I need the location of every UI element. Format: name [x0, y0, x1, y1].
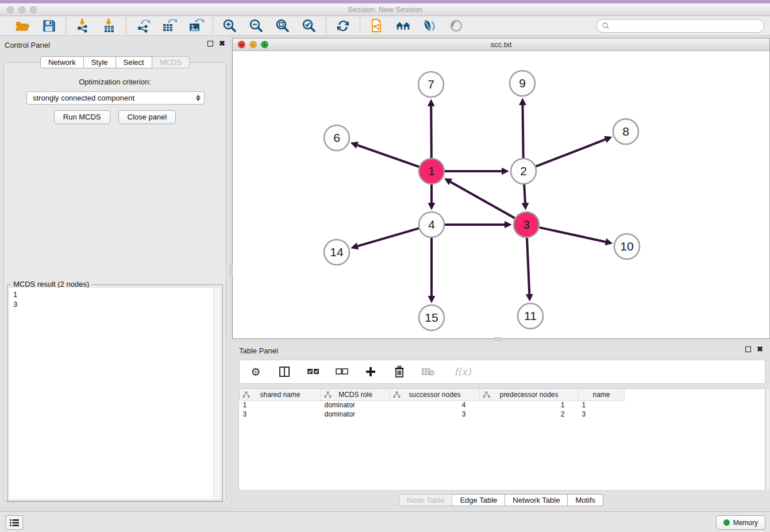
- table-cell[interactable]: dominator: [321, 410, 390, 419]
- zoom-out-button[interactable]: [248, 18, 264, 33]
- window-title: Session: New Session: [0, 3, 770, 16]
- tab-style[interactable]: Style: [84, 56, 116, 68]
- optimization-criterion-select[interactable]: strongly connected component: [26, 91, 205, 105]
- node-15[interactable]: 15: [419, 305, 444, 330]
- select-all-button[interactable]: [306, 365, 320, 379]
- add-column-button[interactable]: [364, 365, 378, 379]
- node-2[interactable]: 2: [511, 159, 536, 184]
- zoom-in-button[interactable]: [222, 18, 238, 33]
- toggle-graphics-details-button[interactable]: [448, 18, 464, 33]
- node-11[interactable]: 11: [518, 303, 543, 329]
- float-panel-icon[interactable]: [207, 41, 213, 47]
- float-table-panel-icon[interactable]: [745, 346, 751, 352]
- table-cell[interactable]: dominator: [321, 400, 390, 410]
- table-cell[interactable]: 3: [579, 410, 625, 419]
- delete-table-icon: [421, 367, 435, 376]
- delete-table-button[interactable]: [421, 365, 435, 379]
- status-bar: Memory: [0, 511, 770, 532]
- close-panel-icon[interactable]: ✖: [219, 41, 225, 47]
- network-minimize-button[interactable]: −: [249, 41, 257, 48]
- edge-3-1[interactable]: [451, 182, 515, 218]
- run-mcds-button[interactable]: Run MCDS: [54, 110, 110, 124]
- table-row[interactable]: 1dominator411: [240, 400, 625, 410]
- network-maximize-button[interactable]: +: [261, 41, 268, 48]
- edge-2-3[interactable]: [524, 184, 525, 203]
- delete-column-button[interactable]: [392, 365, 406, 379]
- edge-1-6[interactable]: [357, 145, 419, 167]
- close-panel-button[interactable]: Close panel: [118, 110, 176, 124]
- close-table-panel-icon[interactable]: ✖: [757, 346, 763, 352]
- open-session-button[interactable]: [14, 18, 30, 33]
- table-cell[interactable]: 4: [390, 400, 480, 410]
- table-cell[interactable]: 2: [480, 410, 579, 419]
- table-cell[interactable]: 3: [390, 410, 480, 419]
- table-cell[interactable]: 3: [240, 410, 321, 419]
- node-8[interactable]: 8: [613, 119, 638, 144]
- table-settings-button[interactable]: ⚙: [249, 365, 263, 379]
- edge-3-10[interactable]: [539, 228, 605, 242]
- memory-button[interactable]: Memory: [716, 515, 765, 530]
- column-header-predecessor-nodes[interactable]: predecessor nodes: [480, 389, 579, 400]
- table-tabs: Node TableEdge TableNetwork TableMotifs: [232, 494, 770, 506]
- table-cell[interactable]: 1: [240, 400, 321, 410]
- mcds-result-text[interactable]: 13: [9, 288, 221, 499]
- close-window-button[interactable]: [7, 6, 14, 13]
- export-network-button[interactable]: [135, 18, 151, 33]
- node-1[interactable]: 1: [419, 159, 444, 184]
- node-9[interactable]: 9: [510, 71, 535, 96]
- node-7[interactable]: 7: [418, 72, 444, 97]
- memory-label: Memory: [733, 519, 758, 527]
- tab-motifs[interactable]: Motifs: [568, 494, 603, 506]
- save-session-button[interactable]: [41, 18, 57, 33]
- tab-mcds[interactable]: MCDS: [152, 56, 190, 68]
- network-window-titlebar[interactable]: × − + scc.txt: [233, 38, 769, 51]
- search-field[interactable]: [596, 19, 764, 33]
- horizontal-divider-handle[interactable]: [494, 337, 501, 341]
- task-history-button[interactable]: [6, 515, 23, 530]
- tab-select[interactable]: Select: [116, 56, 152, 68]
- table-cell[interactable]: 1: [579, 400, 625, 410]
- home-view-button[interactable]: [395, 18, 411, 33]
- tab-network-table[interactable]: Network Table: [505, 494, 568, 506]
- edge-4-14[interactable]: [357, 228, 418, 246]
- toggle-style-button[interactable]: [422, 18, 438, 33]
- tab-network[interactable]: Network: [40, 56, 84, 68]
- edge-3-11[interactable]: [527, 238, 529, 294]
- node-14[interactable]: 14: [324, 240, 349, 265]
- edge-2-8[interactable]: [536, 140, 605, 167]
- network-canvas[interactable]: 7968124314101511: [233, 51, 769, 338]
- export-image-button[interactable]: [188, 18, 204, 33]
- zoom-fit-button[interactable]: [275, 18, 291, 33]
- import-table-button[interactable]: [101, 18, 117, 33]
- node-4[interactable]: 4: [419, 212, 444, 237]
- edge-2-9[interactable]: [522, 105, 523, 158]
- result-scrollbar[interactable]: [213, 288, 221, 499]
- zoom-window-button[interactable]: [30, 6, 37, 13]
- node-6[interactable]: 6: [324, 125, 349, 151]
- export-table-button[interactable]: [161, 18, 178, 33]
- deselect-all-button[interactable]: [335, 365, 349, 379]
- column-header-MCDS-role[interactable]: MCDS role: [321, 389, 390, 400]
- svg-text:6: 6: [333, 131, 340, 144]
- apply-layout-button[interactable]: [335, 18, 351, 33]
- function-builder-button[interactable]: f(x): [450, 365, 475, 379]
- edge-1-7[interactable]: [431, 106, 432, 158]
- column-header-shared-name[interactable]: shared name: [240, 389, 321, 400]
- node-3[interactable]: 3: [514, 212, 539, 237]
- search-input[interactable]: [612, 21, 764, 31]
- column-selector-button[interactable]: [278, 365, 291, 379]
- node-10[interactable]: 10: [614, 234, 640, 259]
- import-network-button[interactable]: [75, 18, 91, 33]
- table-scrollbar[interactable]: [766, 388, 770, 491]
- minimize-window-button[interactable]: [18, 6, 25, 13]
- network-close-button[interactable]: ×: [238, 41, 245, 48]
- vertical-divider-handle[interactable]: [230, 265, 233, 276]
- column-header-successor-nodes[interactable]: successor nodes: [390, 389, 480, 400]
- table-row[interactable]: 3dominator323: [240, 410, 625, 419]
- copy-network-view-button[interactable]: [369, 18, 385, 33]
- tab-edge-table[interactable]: Edge Table: [452, 494, 505, 506]
- zoom-selected-button[interactable]: [301, 18, 317, 33]
- tab-node-table[interactable]: Node Table: [399, 494, 453, 506]
- table-cell[interactable]: 1: [480, 400, 579, 410]
- column-header-name[interactable]: name: [579, 389, 625, 400]
